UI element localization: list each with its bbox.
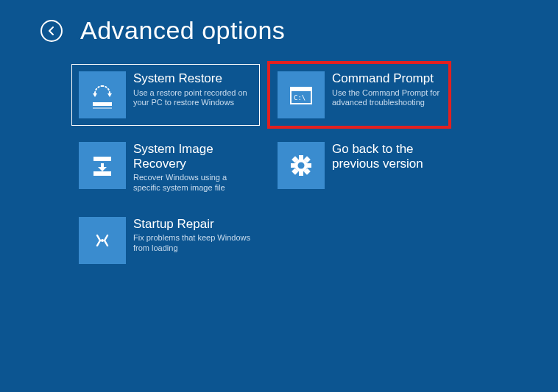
svg-point-14: [101, 239, 104, 242]
system-restore-icon: [79, 71, 126, 118]
tile-title: Command Prompt: [332, 71, 441, 86]
startup-repair-tile[interactable]: Startup Repair Fix problems that keep Wi…: [71, 210, 260, 271]
tile-desc: Use a restore point recorded on your PC …: [133, 88, 252, 109]
settings-gear-icon: [278, 142, 325, 189]
svg-point-13: [298, 163, 305, 169]
svg-marker-10: [98, 167, 107, 171]
command-prompt-icon: C:\: [278, 71, 325, 118]
tile-title: System Restore: [133, 71, 252, 86]
tile-title: System Image Recovery: [133, 142, 252, 171]
tile-title: Go back to the previous version: [332, 142, 441, 171]
svg-marker-3: [107, 93, 112, 97]
system-restore-tile[interactable]: System Restore Use a restore point recor…: [71, 64, 260, 126]
tile-desc: Use the Command Prompt for advanced trou…: [332, 88, 441, 109]
svg-text:C:\: C:\: [294, 94, 306, 101]
svg-rect-5: [291, 88, 311, 91]
tile-desc: Fix problems that keep Windows from load…: [133, 233, 252, 254]
svg-rect-1: [93, 107, 112, 109]
page-title: Advanced options: [80, 16, 285, 45]
tile-title: Startup Repair: [133, 217, 252, 232]
system-image-recovery-icon: [79, 142, 126, 189]
tile-desc: Recover Windows using a specific system …: [133, 173, 252, 193]
svg-rect-8: [93, 171, 111, 176]
back-button[interactable]: [40, 20, 63, 42]
arrow-left-icon: [46, 26, 57, 36]
svg-rect-0: [93, 102, 112, 106]
go-back-tile[interactable]: Go back to the previous version: [270, 135, 448, 201]
command-prompt-tile[interactable]: C:\ Command Prompt Use the Command Promp…: [270, 64, 448, 126]
options-grid: System Restore Use a restore point recor…: [71, 64, 448, 271]
system-image-recovery-tile[interactable]: System Image Recovery Recover Windows us…: [71, 135, 260, 201]
svg-marker-2: [93, 93, 97, 97]
svg-rect-7: [93, 157, 111, 161]
startup-repair-icon: [79, 217, 126, 264]
